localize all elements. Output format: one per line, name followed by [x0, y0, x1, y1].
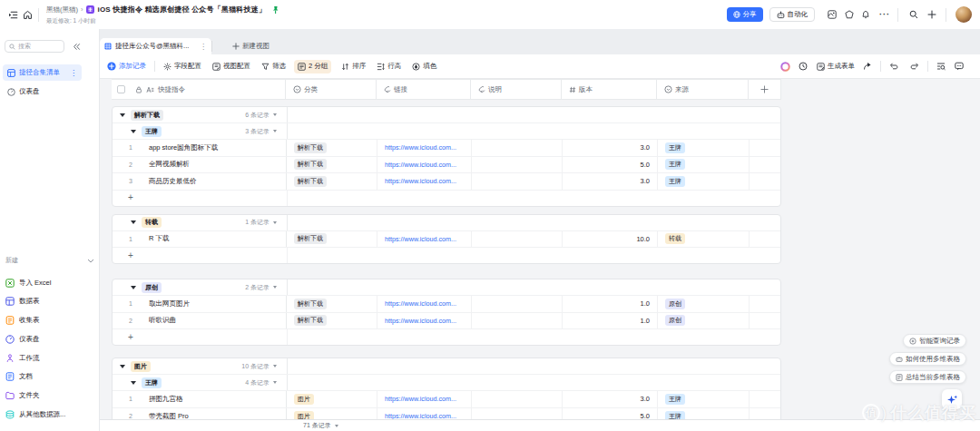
- table-row[interactable]: 2全网视频解析 解析下载 https://www.icloud.com... 5…: [113, 157, 780, 174]
- cell-source-tag[interactable]: 王牌: [665, 394, 685, 405]
- cell-name[interactable]: R 下载: [149, 234, 170, 243]
- cell-version[interactable]: 1.0: [563, 317, 657, 325]
- cell-name[interactable]: 拼图九宫格: [149, 395, 183, 404]
- subgroup-record-count[interactable]: 3 条记录: [113, 123, 287, 139]
- group-record-count[interactable]: 6 条记录: [113, 107, 287, 122]
- cell-version[interactable]: 5.0: [563, 412, 657, 419]
- tab-active-view[interactable]: 捷径库公众号@黑猫科... ⋮: [100, 38, 211, 54]
- cell-source-tag[interactable]: 王牌: [665, 176, 685, 187]
- cell-name[interactable]: 商品历史最低价: [149, 177, 197, 186]
- cell-category-tag[interactable]: 解析下载: [294, 176, 327, 187]
- column-header-desc[interactable]: 说明: [471, 80, 562, 99]
- cell-link[interactable]: https://www.icloud.com...: [385, 161, 456, 169]
- add-row-button[interactable]: +: [113, 191, 780, 206]
- subgroup-record-count[interactable]: 2 条记录: [113, 279, 287, 295]
- new-item-form[interactable]: 收集表: [3, 314, 96, 328]
- fill-color-button[interactable]: 填色: [412, 62, 436, 71]
- table-row[interactable]: 1拼图九宫格 图片 https://www.icloud.com... 3.0 …: [113, 391, 780, 408]
- collapse-sidebar-icon[interactable]: [7, 9, 18, 20]
- subgroup-record-count[interactable]: 1 条记录: [113, 215, 287, 230]
- cell-desc[interactable]: [472, 313, 563, 329]
- cell-version[interactable]: 3.0: [563, 143, 657, 152]
- add-column-button[interactable]: [749, 80, 779, 99]
- new-item-datatable[interactable]: 数据表: [3, 295, 96, 309]
- cell-link[interactable]: https://www.icloud.com...: [385, 317, 456, 325]
- field-config-button[interactable]: 字段配置: [163, 62, 201, 71]
- sort-button[interactable]: 排序: [341, 62, 366, 71]
- new-item-doc[interactable]: 文档: [3, 370, 96, 384]
- cell-desc[interactable]: [472, 173, 563, 190]
- pin-icon[interactable]: [271, 5, 279, 15]
- assistant-help-button[interactable]: 如何使用多维表格: [889, 352, 966, 366]
- cell-source-tag[interactable]: 原创: [665, 315, 685, 326]
- subgroup-header[interactable]: 原创 2 条记录: [113, 279, 780, 296]
- undo-icon[interactable]: [889, 62, 898, 71]
- table-row[interactable]: 1app store圆角图标下载 解析下载 https://www.icloud…: [113, 140, 780, 157]
- ai-assistant-icon[interactable]: [780, 62, 790, 72]
- cell-source-tag[interactable]: 王牌: [665, 411, 685, 419]
- history-icon[interactable]: [799, 62, 808, 71]
- cell-link[interactable]: https://www.icloud.com...: [385, 412, 456, 419]
- breadcrumb-workspace[interactable]: 黑猫(黑猫): [46, 5, 78, 15]
- row-height-button[interactable]: 行高: [377, 62, 401, 71]
- share-button[interactable]: 分享: [727, 7, 763, 22]
- select-all-checkbox[interactable]: [117, 85, 125, 93]
- generate-form-button[interactable]: 生成表单: [817, 62, 855, 71]
- assistant-query-button[interactable]: 智能查询记录: [903, 334, 966, 348]
- tab-kebab-icon[interactable]: ⋮: [200, 43, 207, 51]
- cell-version[interactable]: 3.0: [563, 395, 657, 403]
- cell-desc[interactable]: [472, 157, 563, 173]
- user-avatar[interactable]: [956, 6, 972, 23]
- cell-category-tag[interactable]: 解析下载: [294, 299, 327, 309]
- new-item-folder[interactable]: 文件夹: [3, 389, 96, 403]
- cell-link[interactable]: https://www.icloud.com...: [385, 177, 456, 185]
- group-record-count[interactable]: 10 条记录: [113, 358, 287, 374]
- share-view-icon[interactable]: [863, 62, 872, 71]
- comment-icon[interactable]: [955, 62, 964, 71]
- new-doc-plus-icon[interactable]: [927, 10, 936, 19]
- cell-name[interactable]: app store圆角图标下载: [149, 143, 218, 152]
- group-button[interactable]: 2 分组: [294, 60, 331, 73]
- cell-desc[interactable]: [472, 391, 563, 407]
- cell-category-tag[interactable]: 解析下载: [294, 159, 327, 170]
- table-row[interactable]: 1R 下载 解析下载 https://www.icloud.com... 10.…: [113, 231, 780, 249]
- table-row[interactable]: 3商品历史最低价 解析下载 https://www.icloud.com... …: [113, 173, 780, 191]
- column-header-version[interactable]: 版本: [562, 80, 657, 99]
- cell-category-tag[interactable]: 解析下载: [294, 233, 327, 244]
- filter-button[interactable]: 筛选: [261, 62, 286, 71]
- cell-source-tag[interactable]: 转载: [665, 233, 685, 244]
- cell-source-tag[interactable]: 王牌: [665, 142, 685, 153]
- new-item-import-excel[interactable]: 导入 Excel: [3, 276, 96, 289]
- view-config-button[interactable]: 视图配置: [212, 62, 250, 71]
- sidebar-new-section[interactable]: 新建: [5, 256, 94, 265]
- sidebar-item-dashboard[interactable]: 仪表盘: [3, 83, 82, 100]
- cell-desc[interactable]: [472, 140, 563, 156]
- cell-source-tag[interactable]: 原创: [665, 299, 685, 309]
- new-item-workflow[interactable]: 工作流: [3, 351, 96, 365]
- cell-name[interactable]: 听歌识曲: [149, 316, 176, 325]
- add-record-button[interactable]: 添加记录: [107, 62, 146, 71]
- subgroup-header[interactable]: 转载 1 条记录: [113, 215, 780, 231]
- sidebar-item-table[interactable]: 捷径合集清单 ⋮: [3, 64, 82, 81]
- cell-name[interactable]: 取出网页图片: [149, 299, 190, 309]
- table-row[interactable]: 2听歌识曲 解析下载 https://www.icloud.com... 1.0…: [113, 313, 780, 330]
- cell-source-tag[interactable]: 王牌: [665, 159, 685, 170]
- automation-button[interactable]: 自动化: [769, 7, 816, 22]
- table-row[interactable]: 2带壳截图 Pro 图片 https://www.icloud.com... 5…: [113, 408, 780, 420]
- table-row[interactable]: 1取出网页图片 解析下载 https://www.icloud.com... 1…: [113, 296, 780, 313]
- cell-desc[interactable]: [472, 231, 563, 248]
- cell-link[interactable]: https://www.icloud.com...: [385, 395, 456, 403]
- cell-name[interactable]: 全网视频解析: [149, 160, 190, 169]
- search-in-table-icon[interactable]: [936, 62, 946, 71]
- cell-version[interactable]: 5.0: [563, 161, 657, 169]
- item-kebab-icon[interactable]: ⋮: [70, 69, 77, 77]
- subgroup-header[interactable]: 王牌 4 条记录: [113, 375, 780, 391]
- add-row-button[interactable]: +: [113, 329, 780, 345]
- cell-version[interactable]: 1.0: [563, 299, 657, 308]
- cell-category-tag[interactable]: 图片: [294, 394, 314, 405]
- cell-desc[interactable]: [472, 408, 563, 420]
- home-icon[interactable]: [22, 9, 33, 20]
- cell-name[interactable]: 带壳截图 Pro: [149, 412, 189, 419]
- add-row-button[interactable]: +: [113, 248, 780, 263]
- subgroup-record-count[interactable]: 4 条记录: [113, 375, 287, 390]
